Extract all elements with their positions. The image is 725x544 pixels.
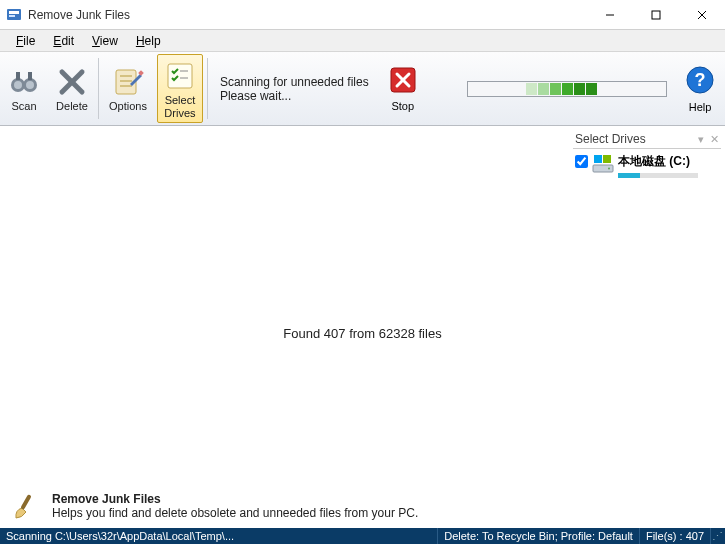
scan-label: Scan <box>11 100 36 112</box>
menu-help[interactable]: Help <box>128 32 169 50</box>
close-panel-icon[interactable]: ✕ <box>710 133 719 146</box>
scan-status: Scanning for unneeded files Please wait.… <box>210 52 379 125</box>
delete-x-icon <box>56 66 88 98</box>
binoculars-icon <box>8 66 40 98</box>
svg-rect-33 <box>20 494 31 510</box>
drive-item[interactable]: 本地磁盘 (C:) <box>573 149 721 182</box>
stop-icon <box>389 66 417 98</box>
footer-title: Remove Junk Files <box>52 492 418 506</box>
stop-label: Stop <box>391 100 414 112</box>
svg-rect-31 <box>594 155 602 163</box>
help-label: Help <box>689 101 712 113</box>
scan-status-line2: Please wait... <box>220 89 369 103</box>
drive-checkbox[interactable] <box>575 155 588 168</box>
footer-description: Remove Junk Files Helps you find and del… <box>0 484 725 528</box>
svg-rect-1 <box>9 11 19 14</box>
found-text: Found 407 from 62328 files <box>0 326 725 341</box>
menu-view[interactable]: View <box>84 32 126 50</box>
window-title: Remove Junk Files <box>28 8 587 22</box>
drive-label: 本地磁盘 (C:) <box>618 153 698 170</box>
svg-rect-2 <box>9 15 15 17</box>
drives-panel-header: Select Drives ▾ ✕ <box>573 132 721 149</box>
svg-rect-4 <box>652 11 660 19</box>
scan-status-line1: Scanning for unneeded files <box>220 75 369 89</box>
svg-point-10 <box>26 81 34 89</box>
drives-panel-title: Select Drives <box>575 132 646 146</box>
main-area: Found 407 from 62328 files Select Drives… <box>0 126 725 484</box>
options-button[interactable]: Options <box>101 52 155 125</box>
svg-rect-0 <box>7 9 21 20</box>
status-bar: Scanning C:\Users\32r\AppData\Local\Temp… <box>0 528 725 544</box>
status-delete-mode: Delete: To Recycle Bin; Profile: Default <box>438 528 640 544</box>
menu-bar: File Edit View Help <box>0 30 725 52</box>
drive-icon <box>592 153 614 175</box>
svg-rect-32 <box>603 155 611 163</box>
toolbar-separator <box>98 58 99 119</box>
menu-edit[interactable]: Edit <box>45 32 82 50</box>
help-icon: ? <box>685 65 715 99</box>
svg-point-30 <box>608 168 610 170</box>
menu-file[interactable]: File <box>8 32 43 50</box>
select-drives-panel: Select Drives ▾ ✕ 本地磁盘 (C:) <box>573 132 721 182</box>
select-drives-button[interactable]: Select Drives <box>157 54 203 123</box>
progress-wrap <box>467 52 675 125</box>
stop-button[interactable]: Stop <box>379 52 427 125</box>
svg-rect-12 <box>28 72 32 80</box>
toolbar-separator <box>207 58 208 119</box>
window-controls <box>587 0 725 29</box>
help-button[interactable]: ? Help <box>675 52 725 125</box>
delete-label: Delete <box>56 100 88 112</box>
maximize-button[interactable] <box>633 0 679 29</box>
brush-icon <box>10 490 42 522</box>
checklist-icon <box>164 60 196 92</box>
close-button[interactable] <box>679 0 725 29</box>
svg-text:?: ? <box>695 70 706 90</box>
title-bar: Remove Junk Files <box>0 0 725 30</box>
status-file-count: File(s) : 407 <box>640 528 711 544</box>
footer-subtitle: Helps you find and delete obsolete and u… <box>52 506 418 520</box>
resize-grip[interactable]: ⋰ <box>711 530 725 543</box>
delete-button[interactable]: Delete <box>48 52 96 125</box>
svg-point-9 <box>14 81 22 89</box>
options-icon <box>112 66 144 98</box>
options-label: Options <box>109 100 147 112</box>
progress-bar <box>467 81 667 97</box>
select-drives-label: Select Drives <box>164 94 195 118</box>
pin-icon[interactable]: ▾ <box>698 133 704 146</box>
svg-rect-11 <box>16 72 20 80</box>
minimize-button[interactable] <box>587 0 633 29</box>
scan-button[interactable]: Scan <box>0 52 48 125</box>
status-scanning: Scanning C:\Users\32r\AppData\Local\Temp… <box>0 528 438 544</box>
svg-rect-20 <box>168 64 192 88</box>
app-icon <box>6 7 22 23</box>
drive-usage-bar <box>618 173 698 178</box>
toolbar: Scan Delete Options Select Drives Scanni… <box>0 52 725 126</box>
